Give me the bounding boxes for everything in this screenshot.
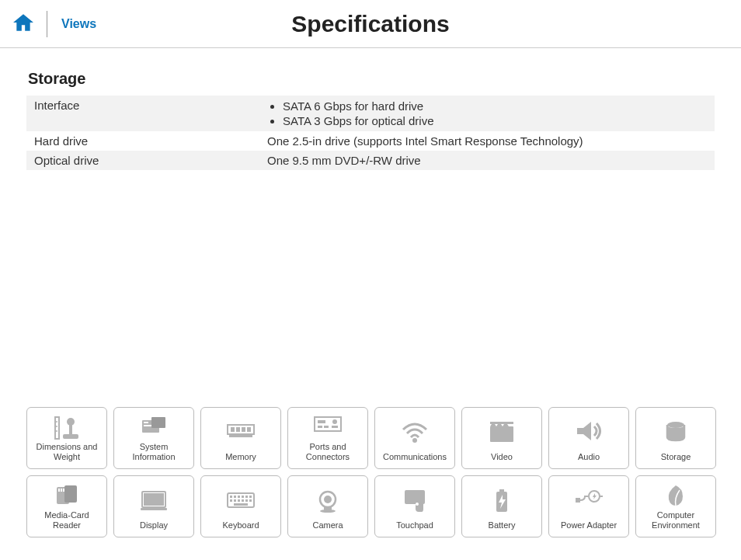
- home-button[interactable]: [0, 13, 47, 35]
- table-row: Hard drive One 2.5-in drive (supports In…: [26, 131, 715, 151]
- spec-table: Interface SATA 6 Gbps for hard drive SAT…: [26, 96, 715, 170]
- header-divider: [47, 11, 47, 37]
- spec-label: Interface: [26, 96, 259, 131]
- table-row: Interface SATA 6 Gbps for hard drive SAT…: [26, 96, 715, 131]
- table-row: Optical drive One 9.5 mm DVD+/-RW drive: [26, 151, 715, 170]
- header: Views Specifications: [0, 0, 741, 48]
- section-title: Storage: [26, 70, 715, 88]
- spec-list-item: SATA 3 Gbps for optical drive: [283, 113, 707, 128]
- spec-value: One 9.5 mm DVD+/-RW drive: [259, 151, 715, 170]
- spec-value: One 2.5-in drive (supports Intel Smart R…: [259, 131, 715, 151]
- spec-list-item: SATA 6 Gbps for hard drive: [283, 99, 707, 113]
- views-link[interactable]: Views: [61, 17, 96, 31]
- spec-value: SATA 6 Gbps for hard drive SATA 3 Gbps f…: [259, 96, 715, 131]
- spec-label: Optical drive: [26, 151, 259, 170]
- content-area: Storage Interface SATA 6 Gbps for hard d…: [0, 48, 741, 170]
- home-icon: [13, 14, 33, 34]
- spec-label: Hard drive: [26, 131, 259, 151]
- page-title: Specifications: [0, 11, 741, 37]
